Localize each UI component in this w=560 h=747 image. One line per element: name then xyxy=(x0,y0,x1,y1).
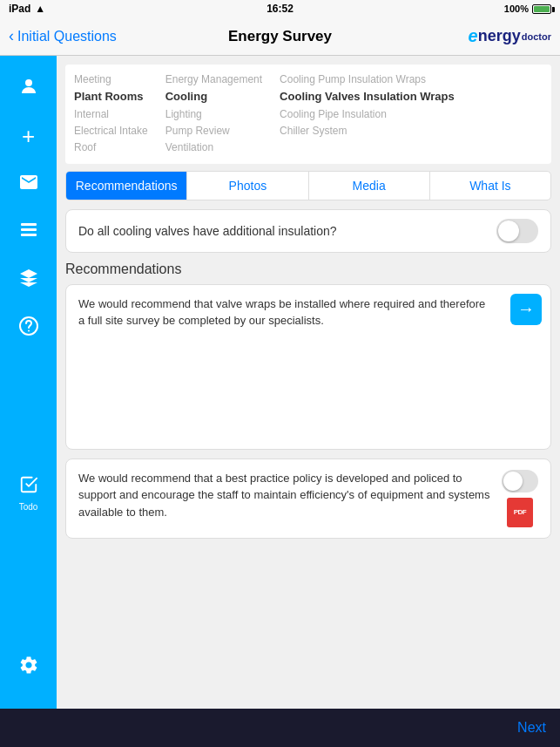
back-button[interactable]: ‹ Initial Questions xyxy=(9,27,117,45)
tab-media[interactable]: Media xyxy=(309,172,430,200)
recommendation-card-2: We would recommend that a best practice … xyxy=(65,458,551,539)
logo-e: e xyxy=(469,26,478,46)
status-right: 100% xyxy=(504,3,551,14)
sidebar-item-person[interactable] xyxy=(0,65,57,112)
tools-icon xyxy=(18,220,39,246)
toggle-knob xyxy=(498,221,519,241)
battery-label: 100% xyxy=(504,3,529,14)
status-time: 16:52 xyxy=(267,3,293,15)
cat-cooling-pipe[interactable]: Cooling Pipe Insulation xyxy=(280,106,455,123)
sidebar-item-layers[interactable] xyxy=(0,256,57,304)
pdf-icon[interactable]: PDF xyxy=(507,498,533,527)
rec-card-2-text: We would recommend that a best practice … xyxy=(78,470,493,521)
bottom-bar: Next xyxy=(0,709,560,747)
main-layout: + Todo xyxy=(0,56,560,709)
recommendation-card-1: We would recommend that valve wraps be i… xyxy=(65,284,551,450)
battery-icon xyxy=(532,4,551,14)
sidebar-item-todo[interactable]: Todo xyxy=(0,470,57,518)
todo-icon xyxy=(19,475,38,499)
nav-bar: ‹ Initial Questions Energy Survey energy… xyxy=(0,17,560,56)
sidebar-item-help[interactable] xyxy=(0,304,57,352)
person-icon xyxy=(18,76,39,102)
cat-cooling[interactable]: Cooling xyxy=(165,88,262,106)
sidebar-item-inbox[interactable] xyxy=(0,160,57,208)
svg-rect-1 xyxy=(21,223,37,226)
sidebar-item-tools[interactable] xyxy=(0,208,57,256)
cat-lighting[interactable]: Lighting xyxy=(165,106,262,123)
cat-chiller[interactable]: Chiller System xyxy=(280,123,455,139)
svg-point-5 xyxy=(28,329,30,331)
rec-card-2-controls: PDF xyxy=(502,470,538,527)
logo: energy doctor xyxy=(469,26,551,46)
help-icon xyxy=(18,316,39,342)
recommendations-title: Recommendations xyxy=(65,261,551,277)
sidebar-item-settings[interactable] xyxy=(0,643,57,691)
cat-energy-mgmt[interactable]: Energy Management xyxy=(165,71,262,88)
tab-recommendations[interactable]: Recommendations xyxy=(66,172,187,200)
svg-point-0 xyxy=(25,79,32,86)
toggle-question-row: Do all cooling valves have additional in… xyxy=(65,209,551,253)
svg-rect-3 xyxy=(21,234,37,236)
tab-whatis[interactable]: What Is xyxy=(430,172,550,200)
layers-icon xyxy=(18,268,39,294)
settings-icon xyxy=(18,655,39,681)
wifi-icon: ▲ xyxy=(35,3,45,15)
sidebar-item-add[interactable]: + xyxy=(0,112,57,160)
cat-cooling-pump-wrap[interactable]: Cooling Pump Insulation Wraps xyxy=(280,71,455,88)
back-chevron-icon: ‹ xyxy=(9,27,14,45)
sidebar: + Todo xyxy=(0,56,57,709)
carrier-label: iPad xyxy=(9,3,30,15)
rec-card-2-toggle[interactable] xyxy=(502,470,538,492)
arrow-right-icon: → xyxy=(517,299,535,319)
content-area: Meeting Plant Rooms Internal Electrical … xyxy=(57,56,560,709)
tab-bar: Recommendations Photos Media What Is xyxy=(65,171,551,200)
inbox-icon xyxy=(18,172,39,198)
toggle-question-text: Do all cooling valves have additional in… xyxy=(78,224,337,238)
cat-roof[interactable]: Roof xyxy=(74,139,148,156)
cat-pump-review[interactable]: Pump Review xyxy=(165,123,262,139)
cat-meeting[interactable]: Meeting xyxy=(74,71,148,88)
cat-cooling-valves[interactable]: Cooling Valves Insulation Wraps xyxy=(280,88,455,106)
tab-photos[interactable]: Photos xyxy=(187,172,308,200)
add-icon: + xyxy=(22,123,35,150)
todo-label: Todo xyxy=(19,502,38,512)
svg-rect-2 xyxy=(21,228,37,231)
rec-card-1-text: We would recommend that valve wraps be i… xyxy=(78,295,495,329)
status-left: iPad ▲ xyxy=(9,3,45,15)
nav-title: Energy Survey xyxy=(228,28,332,45)
cat-plant-rooms[interactable]: Plant Rooms xyxy=(74,88,148,106)
status-bar: iPad ▲ 16:52 100% xyxy=(0,0,560,17)
next-button[interactable]: Next xyxy=(517,720,546,736)
category-nav: Meeting Plant Rooms Internal Electrical … xyxy=(65,65,551,164)
back-label[interactable]: Initial Questions xyxy=(17,29,117,44)
toggle-switch[interactable] xyxy=(496,219,538,243)
cat-electrical[interactable]: Electrical Intake xyxy=(74,123,148,139)
cat-internal[interactable]: Internal xyxy=(74,106,148,123)
rec-card-2-toggle-knob xyxy=(503,472,523,491)
pdf-label: PDF xyxy=(514,508,527,516)
rec-action-button[interactable]: → xyxy=(510,294,542,325)
logo-nergy: nergy xyxy=(478,27,521,45)
cat-ventilation[interactable]: Ventilation xyxy=(165,139,262,156)
logo-doctor: doctor xyxy=(522,31,551,42)
